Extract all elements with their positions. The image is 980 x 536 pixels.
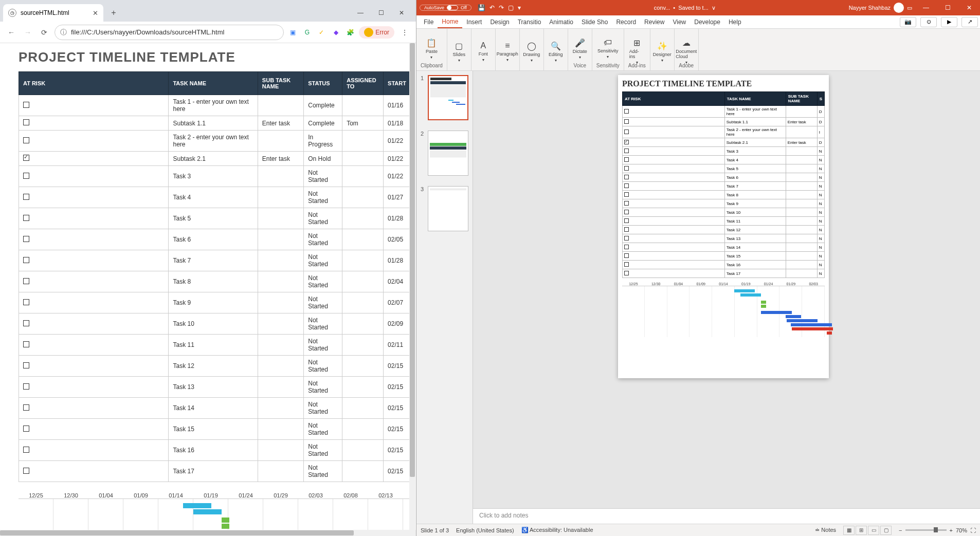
notes-pane[interactable]: Click to add notes (473, 508, 980, 524)
ribbon-tab-record[interactable]: Record (612, 15, 640, 28)
risk-checkbox[interactable] (23, 119, 29, 125)
risk-checkbox[interactable] (23, 137, 29, 143)
notes-toggle[interactable]: ≐ Notes (815, 527, 836, 533)
redo-icon[interactable]: ↷ (499, 4, 504, 11)
maximize-button[interactable]: ☐ (937, 0, 958, 15)
risk-checkbox[interactable] (624, 201, 629, 206)
minimize-button[interactable]: — (915, 0, 937, 15)
risk-checkbox[interactable] (624, 271, 629, 275)
ribbon-tab-animatio[interactable]: Animatio (545, 15, 577, 28)
ribbon-paragraph-button[interactable]: ≡Paragraph▾ (500, 41, 515, 59)
ribbon-tab-transitio[interactable]: Transitio (514, 15, 546, 28)
ribbon-dictate-button[interactable]: 🎤Dictate▾ (572, 38, 588, 56)
sorter-view-button[interactable]: ⊞ (856, 526, 867, 535)
risk-checkbox[interactable] (23, 404, 29, 411)
save-icon[interactable]: 💾 (478, 4, 485, 11)
ribbon-display-icon[interactable]: ▭ (907, 5, 912, 11)
address-bar[interactable]: ⓘ file:///C:/Users/nayyer/Downloads/sour… (55, 25, 284, 40)
risk-checkbox[interactable] (23, 236, 29, 242)
camera-button[interactable]: 📷 (900, 17, 916, 27)
slide-thumbnail[interactable]: 3 (421, 186, 468, 231)
extension-icon[interactable]: ✓ (317, 28, 326, 37)
slide-thumbnail-panel[interactable]: 1 2 (416, 71, 473, 524)
risk-checkbox[interactable] (23, 173, 29, 179)
risk-checkbox[interactable] (624, 210, 629, 214)
browser-tab[interactable]: ◷ sourceHTML.html ✕ (3, 4, 103, 22)
risk-checkbox[interactable] (624, 140, 629, 144)
normal-view-button[interactable]: ▦ (843, 526, 855, 535)
ribbon-document-cloud-button[interactable]: ☁Document Cloud▾ (679, 38, 694, 56)
risk-checkbox[interactable] (23, 468, 29, 474)
risk-checkbox[interactable] (624, 119, 629, 124)
reading-view-button[interactable]: ▭ (868, 526, 879, 535)
risk-checkbox[interactable] (23, 362, 29, 368)
slide-thumbnail[interactable]: 1 (421, 75, 468, 120)
ribbon-sensitivity-button[interactable]: 🏷Sensitivity▾ (600, 38, 615, 56)
ribbon-tab-review[interactable]: Review (640, 15, 668, 28)
horizontal-scrollbar[interactable] (0, 530, 416, 536)
slide[interactable]: PROJECT TIMELINE TEMPLATE AT RISKTASK NA… (618, 75, 829, 378)
undo-icon[interactable]: ↶ (489, 4, 495, 11)
close-window-button[interactable]: ✕ (394, 6, 409, 20)
extensions-button[interactable]: 🧩 (346, 28, 355, 37)
extension-icon[interactable]: ▣ (288, 28, 297, 37)
risk-checkbox[interactable] (23, 447, 29, 453)
from-beginning-icon[interactable]: ▢ (508, 4, 514, 11)
slide-canvas[interactable]: PROJECT TIMELINE TEMPLATE AT RISKTASK NA… (473, 71, 980, 508)
new-tab-button[interactable]: + (106, 6, 121, 20)
risk-checkbox[interactable] (23, 155, 29, 161)
risk-checkbox[interactable] (624, 157, 629, 162)
ribbon-tab-slide sho[interactable]: Slide Sho (577, 15, 612, 28)
ribbon-tab-home[interactable]: Home (438, 15, 462, 28)
slide-counter[interactable]: Slide 1 of 3 (421, 527, 449, 533)
ribbon-editing-button[interactable]: 🔍Editing▾ (548, 41, 564, 59)
ribbon-tab-develope[interactable]: Develope (690, 15, 724, 28)
risk-checkbox[interactable] (23, 299, 29, 305)
risk-checkbox[interactable] (624, 245, 629, 249)
profile-error-badge[interactable]: Error (359, 26, 394, 39)
ribbon-tab-design[interactable]: Design (486, 15, 513, 28)
autosave-toggle[interactable]: AutoSave Off (420, 5, 471, 11)
risk-checkbox[interactable] (624, 227, 629, 232)
ribbon-tab-help[interactable]: Help (724, 15, 746, 28)
share-button[interactable]: ↗ (961, 17, 978, 27)
user-info[interactable]: Nayyer Shahbaz ▭ (846, 3, 915, 13)
risk-checkbox[interactable] (624, 253, 629, 258)
extension-icon[interactable]: G (302, 28, 312, 37)
reload-button[interactable]: ⟳ (38, 26, 50, 39)
zoom-level[interactable]: 70% (956, 527, 967, 533)
fit-to-window-button[interactable]: ⛶ (970, 527, 976, 533)
risk-checkbox[interactable] (624, 166, 629, 171)
risk-checkbox[interactable] (23, 194, 29, 200)
risk-checkbox[interactable] (23, 278, 29, 284)
accessibility-status[interactable]: ♿ Accessibility: Unavailable (521, 527, 593, 533)
ribbon-designer-button[interactable]: ✨Designer▾ (655, 41, 670, 59)
risk-checkbox[interactable] (23, 341, 29, 347)
risk-checkbox[interactable] (23, 102, 29, 108)
zoom-in-icon[interactable]: + (950, 527, 953, 533)
risk-checkbox[interactable] (624, 175, 629, 179)
forward-button[interactable]: → (22, 26, 34, 39)
maximize-button[interactable]: ☐ (374, 6, 388, 20)
record-button[interactable]: ⊙ (920, 17, 937, 27)
risk-checkbox[interactable] (23, 320, 29, 326)
risk-checkbox[interactable] (624, 236, 629, 241)
risk-checkbox[interactable] (624, 262, 629, 267)
slideshow-view-button[interactable]: ▢ (880, 526, 892, 535)
risk-checkbox[interactable] (624, 149, 629, 153)
ribbon-paste-button[interactable]: 📋Paste▾ (424, 38, 439, 56)
risk-checkbox[interactable] (23, 383, 29, 390)
zoom-control[interactable]: − + 70% ⛶ (899, 527, 976, 533)
close-button[interactable]: ✕ (958, 0, 980, 15)
ribbon-tab-view[interactable]: View (668, 15, 690, 28)
ribbon-slides-button[interactable]: ▢Slides▾ (451, 41, 467, 59)
vertical-scrollbar[interactable] (409, 43, 415, 536)
risk-checkbox[interactable] (624, 192, 629, 197)
risk-checkbox[interactable] (624, 183, 629, 188)
risk-checkbox[interactable] (23, 257, 29, 263)
language-status[interactable]: English (United States) (456, 527, 514, 533)
risk-checkbox[interactable] (23, 215, 29, 221)
ribbon-font-button[interactable]: AFont▾ (476, 41, 491, 59)
qat-dropdown-icon[interactable]: ▾ (518, 4, 521, 11)
ribbon-tab-file[interactable]: File (420, 15, 438, 28)
